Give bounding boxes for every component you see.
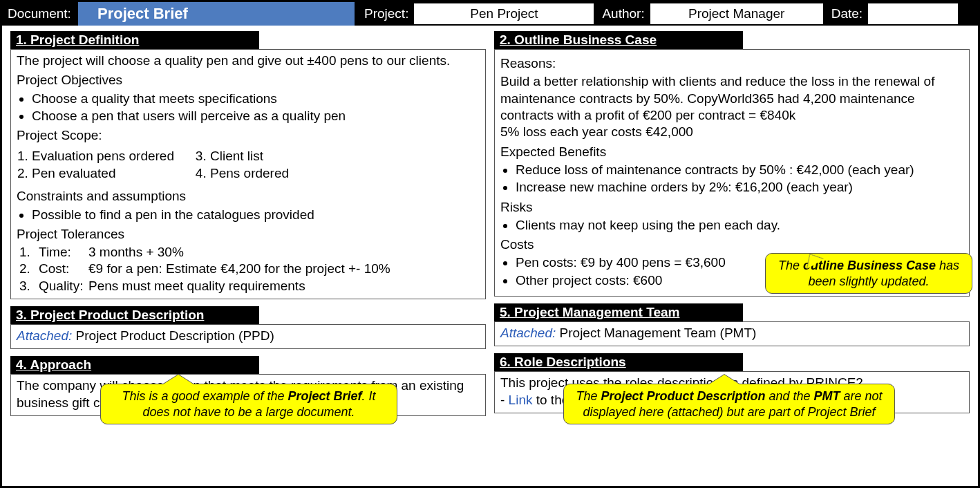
loss-line: 5% loss each year costs €42,000 [500,124,963,140]
tol-key: Quality: [39,278,88,294]
project-label: Project: [359,2,414,26]
section-body: Attached: Project Product Description (P… [10,324,486,349]
author-label: Author: [596,2,650,26]
list-item: Choose a quality that meets specificatio… [32,91,480,107]
section-heading: 4. Approach [10,356,259,374]
tol-val: Pens must meet quality requirements [88,278,305,294]
list-item: Clients may not keep using the pen each … [516,217,963,234]
constraints-heading: Constraints and assumptions [17,188,480,205]
tolerances-heading: Project Tolerances [17,226,480,243]
list-item: Reduce loss of maintenance contracts by … [516,162,963,178]
section-body: The project will choose a quality pen an… [10,49,486,299]
section-body: Attached: Project Management Team (PMT) [494,321,970,346]
reasons-heading: Reasons: [500,55,963,72]
list-item: Pens ordered [210,165,289,182]
section-heading: 5. Project Management Team [494,303,743,321]
attached-text: Project Product Description (PPD) [76,328,274,343]
list-item: Possible to find a pen in the catalogues… [32,207,480,223]
scope-heading: Project Scope: [17,127,480,144]
list-item: Evaluation pens ordered [32,148,174,165]
section-heading: 3. Project Product Description [10,306,259,324]
list-item: Choose a pen that users will perceive as… [32,108,480,124]
callout-business-case: The outline Business Case has been sligh… [765,253,972,294]
section-heading: 2. Outline Business Case [494,31,743,49]
callout-text: This is a good example of the Project Br… [122,389,375,419]
date-label: Date: [826,2,868,26]
callout-right-bottom: The Project Product Description and the … [563,384,895,424]
tol-key: Time: [39,244,88,261]
list-item: Client list [210,148,289,165]
benefits-heading: Expected Benefits [500,144,963,160]
costs-heading: Costs [500,236,963,253]
document-name: Project Brief [78,2,355,26]
header-bar: Document: Project Brief Project: Pen Pro… [2,2,978,26]
objectives-heading: Project Objectives [17,72,480,88]
risks-heading: Risks [500,199,963,216]
tol-val: €9 for a pen: Estimate €4,200 for the pr… [88,261,390,277]
list-item: Pen evaluated [32,165,174,182]
section-definition: 1. Project Definition The project will c… [10,31,486,299]
section-ppd: 3. Project Product Description Attached:… [10,306,486,349]
attached-label: Attached: [500,326,556,340]
tol-key: Cost: [39,261,88,277]
roles-link[interactable]: Link [509,393,533,407]
callout-left: This is a good example of the Project Br… [100,384,397,424]
list-item: Increase new machine orders by 2%: €16,2… [516,179,963,196]
section-heading: 6. Role Descriptions [494,353,743,371]
attached-label: Attached: [17,328,72,343]
section-pmt: 5. Project Management Team Attached: Pro… [494,303,970,346]
left-column: 1. Project Definition The project will c… [10,31,486,423]
project-brief-page: Document: Project Brief Project: Pen Pro… [0,0,980,488]
section-business-case: 2. Outline Business Case Reasons: Build … [494,31,970,297]
section-heading: 1. Project Definition [10,31,259,49]
right-column: 2. Outline Business Case Reasons: Build … [494,31,970,423]
tol-val: 3 months + 30% [88,244,184,261]
callout-text: The Project Product Description and the … [576,389,882,419]
author-field[interactable]: Project Manager [650,3,823,24]
reasons-text: Build a better relationship with clients… [500,73,963,124]
document-label: Document: [2,2,78,26]
attached-text: Project Management Team (PMT) [560,326,757,340]
project-field[interactable]: Pen Project [414,3,594,24]
date-field[interactable] [868,3,958,24]
definition-intro: The project will choose a quality pen an… [17,53,480,69]
